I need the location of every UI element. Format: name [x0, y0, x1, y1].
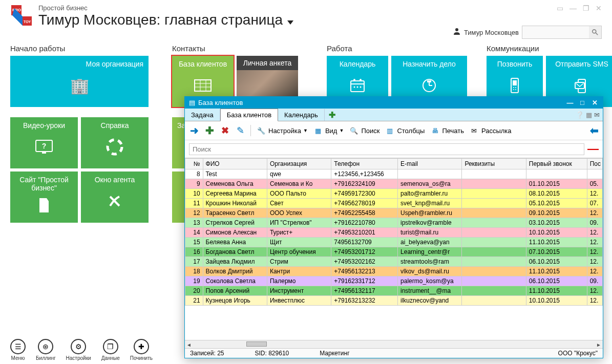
col-header-fio[interactable]: ФИО — [203, 159, 267, 169]
table-row[interactable]: 20Попов АрсенийИнструмент+74956132117ins… — [185, 286, 603, 296]
header-search-input[interactable] — [522, 27, 589, 38]
tool-icon[interactable]: ▦ — [586, 111, 592, 119]
toolbar-edit-button[interactable]: ✎ — [235, 125, 245, 136]
bottom-billing-button[interactable]: ⊛ Биллинг — [36, 339, 56, 361]
minimize-button[interactable]: — — [569, 4, 577, 12]
table-row[interactable]: 19Соколова СветлаПалермо+79162331712pale… — [185, 276, 603, 286]
tab-add-button[interactable]: ✚ — [325, 110, 340, 120]
bottom-menu-button[interactable]: ☰ Меню — [10, 339, 26, 361]
page-title[interactable]: Тимур Московцев: главная страница — [38, 12, 283, 28]
table-row[interactable]: 10Сергеева МаринаООО Пальто+74959172300p… — [185, 189, 603, 199]
col-header-last[interactable]: Пос — [587, 159, 602, 169]
table-row[interactable]: 15Беляева АннаЩит74956132709ai_belyaeva@… — [185, 238, 603, 247]
table-cell: Богданова Светл — [203, 247, 267, 257]
bottom-settings-button[interactable]: ⚙ Настройки — [66, 339, 91, 361]
table-cell: +74956132117 — [331, 286, 398, 296]
help-icon[interactable]: ❔ — [576, 111, 584, 119]
bottom-fix-button[interactable]: ✚ Починить — [130, 339, 153, 361]
col-header-first[interactable]: Первый звонок — [526, 159, 587, 169]
table-cell: 12. — [587, 257, 602, 267]
tab-task[interactable]: Задача — [185, 109, 220, 121]
table-cell: Инструмент — [267, 286, 331, 296]
table-cell: Инвестплюс — [267, 296, 331, 306]
table-row[interactable]: 16Богданова СветлЦентр обучения+74953201… — [185, 247, 603, 257]
close-button[interactable]: ✕ — [596, 4, 602, 12]
toolbar-back-button[interactable]: ⬅ — [590, 124, 599, 137]
tile-agent-window[interactable]: Окно агента — [81, 172, 149, 223]
table-row[interactable]: 9Семенова ОльгаСеменова и Ко+79162324109… — [185, 179, 603, 189]
header-search-button[interactable] — [589, 26, 601, 38]
tile-my-organization[interactable]: Моя организация 🏢 — [10, 56, 149, 107]
table-cell: Learning_centr@r — [398, 247, 462, 257]
table-cell: 12 — [185, 208, 203, 218]
mail-icon[interactable]: ✉ — [594, 111, 600, 119]
modal-search-input[interactable] — [189, 143, 584, 155]
table-cell — [462, 247, 526, 257]
table-row[interactable]: 21Кузнецов ИгорьИнвестплюс+79163213232il… — [185, 296, 603, 306]
tile-help[interactable]: Справка — [81, 117, 149, 168]
toolbar-forward-button[interactable]: ➜ — [189, 125, 199, 136]
modal-titlebar[interactable]: ▤ База клиентов — □ ✕ — [185, 97, 603, 109]
table-cell: +79162324109 — [331, 179, 398, 189]
tile-site[interactable]: Сайт "Простой бизнес" — [10, 172, 78, 223]
arrow-left-icon: ⬅ — [590, 124, 599, 137]
user-name[interactable]: Тимур Московцев — [464, 29, 519, 36]
section-work-title: Работа — [327, 44, 480, 53]
table-cell: Сергеева Марина — [203, 189, 267, 199]
modal-maximize-button[interactable]: □ — [578, 99, 586, 106]
table-cell: Беляева Анна — [203, 238, 267, 247]
table-row[interactable]: 18Волков ДмитрийКантри+74956132213vlkov_… — [185, 267, 603, 276]
modal-minimize-button[interactable]: — — [566, 99, 574, 106]
table-cell — [462, 208, 526, 218]
tile-label: Отправить SMS — [551, 60, 612, 68]
bottom-label: Меню — [11, 355, 25, 361]
tile-video-lessons[interactable]: Видео-уроки ? — [10, 117, 78, 168]
tile-label: Справка — [86, 121, 143, 130]
search-icon: 🔍 — [349, 125, 359, 136]
section-start-title: Начало работы — [10, 44, 164, 53]
table-row[interactable]: 12Тарасенко СветлООО Успех+74952255458Us… — [185, 208, 603, 218]
table-cell: +74959172300 — [331, 189, 398, 199]
table-row[interactable]: 8Testqwe+123456,+123456 — [185, 169, 603, 179]
toolbar-delete-button[interactable]: ✖ — [220, 125, 230, 136]
columns-icon: ▥ — [385, 125, 395, 136]
col-header-req[interactable]: Реквизиты — [462, 159, 526, 169]
table-cell: Щит — [267, 238, 331, 247]
tab-clients-db[interactable]: База клиентов — [220, 109, 278, 121]
col-header-tel[interactable]: Телефон — [331, 159, 398, 169]
bottom-label: Настройки — [66, 355, 91, 361]
svg-point-31 — [513, 89, 514, 90]
toolbar-view-button[interactable]: ▦ Вид ▼ — [313, 125, 344, 136]
toolbar-settings-button[interactable]: 🔧 Настройка ▼ — [256, 125, 308, 136]
table-row[interactable]: 17Зайцева ЛюдмилСтрим+74953202162streamt… — [185, 257, 603, 267]
bottom-data-button[interactable]: ❐ Данные — [101, 339, 120, 361]
table-cell — [462, 286, 526, 296]
scroll-left-icon[interactable]: ◄ — [185, 340, 193, 349]
col-header-org[interactable]: Организация — [267, 159, 331, 169]
search-clear-button[interactable]: — — [587, 142, 599, 156]
header-search[interactable] — [522, 26, 602, 39]
toolbar-print-button[interactable]: 🖶 Печать — [430, 125, 464, 136]
col-header-email[interactable]: E-mail — [398, 159, 462, 169]
toolbar-columns-button[interactable]: ▥ Столбцы — [385, 125, 425, 136]
col-header-num[interactable]: № — [185, 159, 203, 169]
clients-table-wrapper[interactable]: № ФИО Организация Телефон E-mail Реквизи… — [185, 158, 603, 340]
table-cell: 12. — [587, 286, 602, 296]
status-records: Записей: 25 — [190, 350, 224, 357]
table-cell — [462, 218, 526, 228]
table-row[interactable]: 11Крошкин НиколайСвет+74956278019svet_kn… — [185, 199, 603, 208]
toolbar-mailing-button[interactable]: ✉ Рассылка — [469, 125, 512, 136]
horizontal-scrollbar[interactable]: ◄ ► — [185, 340, 603, 348]
scroll-thumb[interactable] — [246, 341, 267, 347]
tab-calendar[interactable]: Календарь — [278, 109, 325, 121]
table-row[interactable]: 14Симонов АлексанТурист++74953210201turi… — [185, 228, 603, 238]
maximize-button[interactable]: ❐ — [583, 4, 589, 12]
toolbar-search-button[interactable]: 🔍 Поиск — [349, 125, 379, 136]
table-row[interactable]: 13Стрелков СергейИП "Стрелков"+791622107… — [185, 218, 603, 228]
tile-label: Моя организация — [15, 60, 143, 68]
scroll-right-icon[interactable]: ► — [595, 340, 603, 349]
toolbar-add-button[interactable]: ✚ — [204, 125, 215, 136]
table-cell: Кантри — [267, 267, 331, 276]
page-title-dropdown-icon[interactable] — [287, 20, 293, 25]
modal-close-button[interactable]: ✕ — [590, 99, 599, 106]
